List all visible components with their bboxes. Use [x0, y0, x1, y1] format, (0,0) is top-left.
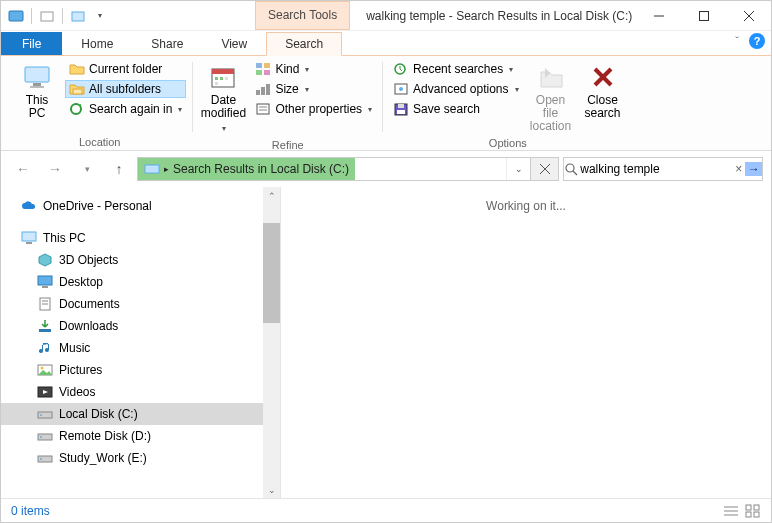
tree-item-label: Study_Work (E:)	[59, 451, 147, 465]
breadcrumb-caret[interactable]: ▸	[164, 164, 169, 174]
quick-access-toolbar: ▾	[1, 1, 115, 30]
svg-rect-18	[256, 63, 262, 68]
svg-point-53	[40, 414, 42, 416]
forward-button: →	[41, 155, 69, 183]
search-box[interactable]: × →	[563, 157, 763, 181]
tree-item[interactable]: Downloads	[1, 315, 280, 337]
chevron-down-icon: ▾	[515, 85, 519, 94]
tab-home[interactable]: Home	[62, 32, 132, 55]
search-go-button[interactable]: →	[745, 162, 762, 176]
drive-icon	[144, 162, 160, 176]
thumbnails-view-icon[interactable]	[745, 504, 761, 518]
kind-button[interactable]: Kind ▾	[251, 60, 376, 78]
advanced-options-button[interactable]: Advanced options ▾	[389, 80, 522, 98]
chevron-down-icon: ▾	[222, 122, 226, 135]
svg-point-55	[40, 436, 42, 438]
folder-icon	[69, 62, 85, 76]
svg-rect-9	[30, 86, 44, 88]
navigation-tree[interactable]: OneDrive - Personal This PC 3D ObjectsDe…	[1, 187, 281, 498]
svg-rect-41	[22, 232, 36, 241]
svg-rect-10	[73, 89, 82, 94]
drive-icon	[37, 406, 53, 422]
tree-scrollbar-thumb[interactable]	[263, 223, 280, 323]
close-button[interactable]	[726, 1, 771, 30]
svg-rect-43	[38, 276, 52, 285]
all-subfolders-button[interactable]: All subfolders	[65, 80, 186, 98]
monitor-icon	[21, 230, 37, 246]
svg-point-57	[40, 458, 42, 460]
tab-file[interactable]: File	[1, 32, 62, 55]
svg-rect-24	[266, 84, 270, 95]
svg-rect-64	[754, 512, 759, 517]
scroll-up-button[interactable]: ⌃	[263, 187, 280, 204]
svg-rect-1	[41, 12, 53, 21]
videos-icon	[37, 384, 53, 400]
tree-item[interactable]: Documents	[1, 293, 280, 315]
music-icon	[37, 340, 53, 356]
open-location-icon	[535, 62, 567, 92]
address-dropdown[interactable]: ⌄	[506, 158, 530, 180]
title-bar: ▾ Search Tools walking temple - Search R…	[1, 1, 771, 31]
back-button[interactable]: ←	[9, 155, 37, 183]
tree-item-label: 3D Objects	[59, 253, 118, 267]
size-button[interactable]: Size ▾	[251, 80, 376, 98]
tab-search[interactable]: Search	[266, 32, 342, 56]
tree-item[interactable]: Music	[1, 337, 280, 359]
svg-rect-48	[39, 329, 51, 332]
qa-item-2[interactable]	[69, 7, 87, 25]
tree-item[interactable]: Desktop	[1, 271, 280, 293]
svg-point-30	[399, 87, 403, 91]
contextual-tab-label: Search Tools	[255, 1, 350, 30]
save-search-button[interactable]: Save search	[389, 100, 522, 118]
other-properties-button[interactable]: Other properties ▾	[251, 100, 376, 118]
svg-rect-22	[256, 90, 260, 95]
address-text: Search Results in Local Disk (C:)	[173, 162, 349, 176]
tree-onedrive[interactable]: OneDrive - Personal	[1, 195, 280, 217]
advanced-icon	[393, 82, 409, 96]
search-icon	[564, 162, 578, 176]
drive-icon	[37, 428, 53, 444]
search-input[interactable]	[578, 162, 732, 176]
qa-dropdown[interactable]: ▾	[91, 7, 109, 25]
tab-view[interactable]: View	[202, 32, 266, 55]
tree-item-label: Downloads	[59, 319, 118, 333]
this-pc-button[interactable]: This PC	[13, 60, 61, 122]
group-refine: Date modified ▾ Kind ▾ Size ▾ Other prop…	[193, 60, 382, 150]
date-modified-button[interactable]: Date modified ▾	[199, 60, 247, 137]
download-icon	[37, 318, 53, 334]
maximize-button[interactable]	[681, 1, 726, 30]
up-button[interactable]: ↑	[105, 155, 133, 183]
stop-refresh-button[interactable]	[530, 158, 558, 180]
details-view-icon[interactable]	[723, 504, 739, 518]
minimize-button[interactable]	[636, 1, 681, 30]
search-again-in-button[interactable]: Search again in ▾	[65, 100, 186, 118]
app-icon	[7, 7, 25, 25]
close-search-button[interactable]: Close search	[579, 60, 627, 122]
qa-item-1[interactable]	[38, 7, 56, 25]
svg-rect-44	[42, 286, 48, 288]
ribbon-collapse-icon[interactable]: ˇ	[735, 35, 739, 47]
current-folder-button[interactable]: Current folder	[65, 60, 186, 78]
tab-share[interactable]: Share	[132, 32, 202, 55]
recent-icon	[393, 62, 409, 76]
tree-item[interactable]: Pictures	[1, 359, 280, 381]
svg-rect-16	[225, 77, 228, 80]
tree-item[interactable]: 3D Objects	[1, 249, 280, 271]
chevron-down-icon: ▾	[509, 65, 513, 74]
clear-search-button[interactable]: ×	[732, 162, 745, 176]
save-icon	[393, 102, 409, 116]
recent-locations-button[interactable]: ▾	[73, 155, 101, 183]
tree-item[interactable]: Study_Work (E:)	[1, 447, 280, 469]
chevron-down-icon: ▾	[178, 105, 182, 114]
help-icon[interactable]: ?	[749, 33, 765, 49]
svg-rect-32	[398, 104, 404, 108]
svg-point-50	[41, 367, 44, 370]
address-bar[interactable]: ▸ Search Results in Local Disk (C:) ⌄	[137, 157, 559, 181]
tree-item[interactable]: Videos	[1, 381, 280, 403]
tree-item[interactable]: Remote Disk (D:)	[1, 425, 280, 447]
scroll-down-button[interactable]: ⌄	[263, 481, 280, 498]
tree-item[interactable]: Local Disk (C:)	[1, 403, 280, 425]
tree-this-pc[interactable]: This PC	[1, 227, 280, 249]
calendar-icon	[207, 62, 239, 92]
recent-searches-button[interactable]: Recent searches ▾	[389, 60, 522, 78]
